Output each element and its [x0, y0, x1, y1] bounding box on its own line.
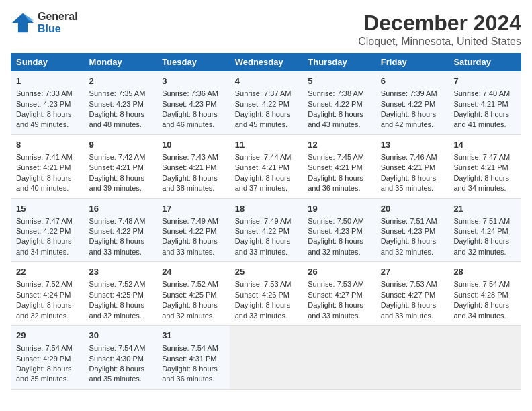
- table-row: [302, 326, 375, 390]
- sunset-text: Sunset: 4:31 PM: [162, 355, 216, 363]
- daylight-text: Daylight: 8 hours and 46 minutes.: [162, 110, 218, 128]
- day-number: 9: [89, 139, 152, 151]
- header-saturday: Saturday: [448, 53, 521, 71]
- table-row: 7 Sunrise: 7:40 AM Sunset: 4:21 PM Dayli…: [448, 71, 521, 134]
- daylight-text: Daylight: 8 hours and 38 minutes.: [162, 174, 218, 192]
- sunrise-text: Sunrise: 7:52 AM: [162, 280, 218, 288]
- sunrise-text: Sunrise: 7:37 AM: [235, 89, 292, 97]
- calendar-week-row: 22 Sunrise: 7:52 AM Sunset: 4:24 PM Dayl…: [11, 262, 521, 326]
- sunset-text: Sunset: 4:21 PM: [162, 163, 216, 171]
- sunrise-text: Sunrise: 7:46 AM: [381, 153, 437, 161]
- day-number: 28: [453, 266, 516, 278]
- sunset-text: Sunset: 4:23 PM: [162, 100, 216, 108]
- sunrise-text: Sunrise: 7:50 AM: [308, 217, 364, 225]
- page-title: December 2024: [358, 11, 521, 36]
- sunset-text: Sunset: 4:24 PM: [16, 291, 71, 299]
- day-number: 18: [235, 203, 298, 215]
- logo-text: General Blue: [38, 11, 78, 35]
- sunrise-text: Sunrise: 7:36 AM: [162, 89, 218, 97]
- sunset-text: Sunset: 4:22 PM: [162, 227, 216, 235]
- daylight-text: Daylight: 8 hours and 48 minutes.: [89, 110, 145, 128]
- header-monday: Monday: [84, 53, 157, 71]
- table-row: 24 Sunrise: 7:52 AM Sunset: 4:25 PM Dayl…: [157, 262, 230, 326]
- table-row: 19 Sunrise: 7:50 AM Sunset: 4:23 PM Dayl…: [302, 198, 375, 262]
- table-row: 28 Sunrise: 7:54 AM Sunset: 4:28 PM Dayl…: [448, 262, 521, 326]
- table-row: 12 Sunrise: 7:45 AM Sunset: 4:21 PM Dayl…: [302, 134, 375, 198]
- sunset-text: Sunset: 4:22 PM: [235, 100, 290, 108]
- day-number: 21: [453, 203, 516, 215]
- sunrise-text: Sunrise: 7:42 AM: [89, 153, 146, 161]
- sunrise-text: Sunrise: 7:53 AM: [235, 280, 292, 288]
- calendar-week-row: 8 Sunrise: 7:41 AM Sunset: 4:21 PM Dayli…: [11, 134, 521, 198]
- sunrise-text: Sunrise: 7:38 AM: [308, 89, 364, 97]
- sunrise-text: Sunrise: 7:53 AM: [308, 280, 364, 288]
- svg-marker-0: [12, 13, 34, 32]
- sunset-text: Sunset: 4:28 PM: [453, 291, 508, 299]
- table-row: [230, 326, 303, 390]
- sunrise-text: Sunrise: 7:47 AM: [16, 217, 73, 225]
- header-thursday: Thursday: [302, 53, 375, 71]
- sunrise-text: Sunrise: 7:51 AM: [453, 217, 510, 225]
- daylight-text: Daylight: 8 hours and 32 minutes.: [89, 301, 145, 319]
- sunset-text: Sunset: 4:21 PM: [16, 163, 71, 171]
- header-wednesday: Wednesday: [230, 53, 303, 71]
- sunset-text: Sunset: 4:21 PM: [89, 163, 144, 171]
- calendar-week-row: 15 Sunrise: 7:47 AM Sunset: 4:22 PM Dayl…: [11, 198, 521, 262]
- sunset-text: Sunset: 4:21 PM: [453, 100, 508, 108]
- calendar-table: Sunday Monday Tuesday Wednesday Thursday…: [11, 53, 521, 390]
- daylight-text: Daylight: 8 hours and 34 minutes.: [453, 301, 509, 319]
- daylight-text: Daylight: 8 hours and 36 minutes.: [308, 174, 363, 192]
- table-row: 6 Sunrise: 7:39 AM Sunset: 4:22 PM Dayli…: [375, 71, 449, 134]
- daylight-text: Daylight: 8 hours and 34 minutes.: [16, 237, 72, 255]
- sunrise-text: Sunrise: 7:49 AM: [235, 217, 292, 225]
- table-row: 22 Sunrise: 7:52 AM Sunset: 4:24 PM Dayl…: [11, 262, 84, 326]
- day-number: 26: [308, 266, 370, 278]
- table-row: [448, 326, 521, 390]
- calendar-header-row: Sunday Monday Tuesday Wednesday Thursday…: [11, 53, 521, 71]
- sunrise-text: Sunrise: 7:54 AM: [453, 280, 510, 288]
- daylight-text: Daylight: 8 hours and 33 minutes.: [235, 237, 291, 255]
- day-number: 22: [16, 266, 79, 278]
- table-row: 16 Sunrise: 7:48 AM Sunset: 4:22 PM Dayl…: [84, 198, 157, 262]
- table-row: 14 Sunrise: 7:47 AM Sunset: 4:21 PM Dayl…: [448, 134, 521, 198]
- table-row: 27 Sunrise: 7:53 AM Sunset: 4:27 PM Dayl…: [375, 262, 449, 326]
- day-number: 7: [453, 75, 516, 87]
- day-number: 30: [89, 330, 152, 342]
- day-number: 8: [16, 139, 79, 151]
- header-friday: Friday: [375, 53, 449, 71]
- table-row: 17 Sunrise: 7:49 AM Sunset: 4:22 PM Dayl…: [157, 198, 230, 262]
- daylight-text: Daylight: 8 hours and 41 minutes.: [453, 110, 509, 128]
- day-number: 15: [16, 203, 79, 215]
- table-row: 15 Sunrise: 7:47 AM Sunset: 4:22 PM Dayl…: [11, 198, 84, 262]
- logo-icon: [11, 12, 35, 34]
- sunrise-text: Sunrise: 7:51 AM: [381, 217, 437, 225]
- sunset-text: Sunset: 4:29 PM: [16, 355, 71, 363]
- day-number: 10: [162, 139, 224, 151]
- day-number: 13: [381, 139, 443, 151]
- sunrise-text: Sunrise: 7:52 AM: [89, 280, 146, 288]
- table-row: 3 Sunrise: 7:36 AM Sunset: 4:23 PM Dayli…: [157, 71, 230, 134]
- table-row: 9 Sunrise: 7:42 AM Sunset: 4:21 PM Dayli…: [84, 134, 157, 198]
- table-row: 5 Sunrise: 7:38 AM Sunset: 4:22 PM Dayli…: [302, 71, 375, 134]
- title-area: December 2024 Cloquet, Minnesota, United…: [358, 11, 521, 48]
- daylight-text: Daylight: 8 hours and 32 minutes.: [16, 301, 72, 319]
- day-number: 4: [235, 75, 298, 87]
- day-number: 17: [162, 203, 224, 215]
- table-row: [375, 326, 449, 390]
- sunset-text: Sunset: 4:22 PM: [308, 100, 362, 108]
- logo: General Blue: [11, 11, 78, 35]
- table-row: 8 Sunrise: 7:41 AM Sunset: 4:21 PM Dayli…: [11, 134, 84, 198]
- day-number: 5: [308, 75, 370, 87]
- sunrise-text: Sunrise: 7:48 AM: [89, 217, 146, 225]
- sunrise-text: Sunrise: 7:33 AM: [16, 89, 73, 97]
- day-number: 16: [89, 203, 152, 215]
- sunrise-text: Sunrise: 7:35 AM: [89, 89, 146, 97]
- sunset-text: Sunset: 4:23 PM: [308, 227, 362, 235]
- table-row: 18 Sunrise: 7:49 AM Sunset: 4:22 PM Dayl…: [230, 198, 303, 262]
- day-number: 1: [16, 75, 79, 87]
- sunset-text: Sunset: 4:22 PM: [381, 100, 435, 108]
- sunrise-text: Sunrise: 7:52 AM: [16, 280, 73, 288]
- daylight-text: Daylight: 8 hours and 37 minutes.: [235, 174, 291, 192]
- daylight-text: Daylight: 8 hours and 42 minutes.: [381, 110, 437, 128]
- daylight-text: Daylight: 8 hours and 32 minutes.: [453, 237, 509, 255]
